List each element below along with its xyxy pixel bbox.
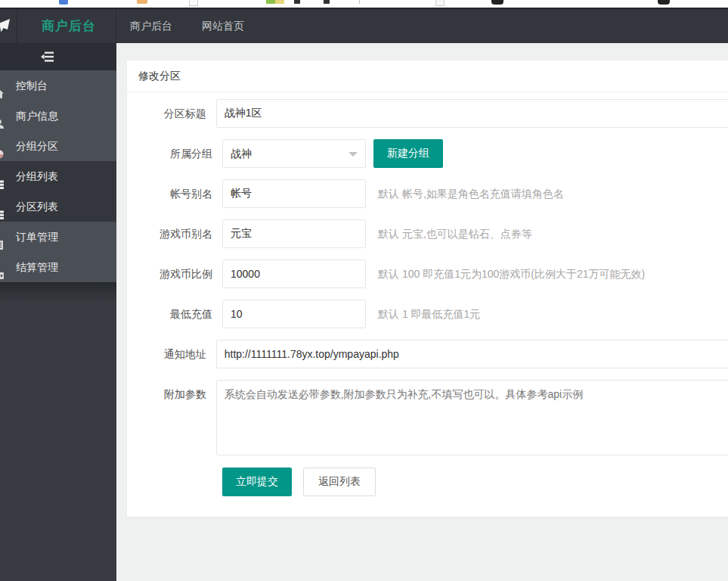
bookmark-icon[interactable] — [137, 0, 147, 4]
field-label: 分区标题 — [138, 99, 206, 128]
form-row-extra-params: 附加参数 — [138, 380, 728, 455]
shrink-sidebar-icon — [41, 51, 54, 62]
sidebar-item-merchant-info[interactable]: 商户信息 — [0, 101, 116, 131]
currency-ratio-input[interactable] — [222, 259, 366, 288]
form-actions: 立即提交 返回列表 — [138, 468, 728, 496]
bookmark-icon[interactable] — [59, 0, 68, 5]
field-label: 游戏币比例 — [138, 259, 212, 288]
wallet-icon — [0, 262, 5, 292]
new-group-button[interactable]: 新建分组 — [373, 139, 443, 168]
submit-button[interactable]: 立即提交 — [222, 468, 292, 496]
sidebar-item-partition-list[interactable]: 分区列表 — [0, 191, 116, 222]
sidebar: 控制台 商户信息 分组分区 分组列表 分区列表 订单管理 结算管理 — [0, 43, 116, 581]
group-select-value: 战神 — [223, 140, 365, 167]
min-recharge-input[interactable] — [222, 300, 366, 328]
sidebar-item-group-partition[interactable]: 分组分区 — [0, 131, 116, 161]
field-label: 通知地址 — [138, 340, 206, 368]
field-hint: 默认 100 即充值1元为100游戏币(比例大于21万可能无效) — [378, 259, 645, 288]
toolbar-divider — [359, 0, 360, 4]
field-hint: 默认 元宝,也可以是钻石、点券等 — [378, 219, 532, 248]
field-label: 最低充值 — [138, 300, 212, 328]
notify-url-input[interactable] — [216, 340, 728, 368]
paper-plane-icon — [0, 18, 11, 36]
main-content: 修改分区 分区标题 所属分组 战神 新建分组 帐号别名 默认 帐号,如果是角色名… — [116, 43, 728, 581]
form-row-group: 所属分组 战神 新建分组 — [138, 139, 728, 168]
field-hint: 默认 1 即最低充值1元 — [378, 300, 480, 328]
form-row-notify-url: 通知地址 — [138, 340, 728, 368]
edit-partition-card: 修改分区 分区标题 所属分组 战神 新建分组 帐号别名 默认 帐号,如果是角色名… — [127, 61, 728, 517]
bookmark-icon[interactable] — [189, 0, 198, 6]
card-title: 修改分区 — [127, 61, 728, 92]
actions-spacer — [138, 468, 212, 496]
app-logo[interactable]: 商户后台 — [42, 9, 96, 43]
sidebar-item-settlement-management[interactable]: 结算管理 — [0, 252, 116, 282]
sidebar-item-order-management[interactable]: 订单管理 — [0, 222, 116, 252]
bookmark-icon[interactable] — [324, 0, 330, 4]
header-nav-merchant[interactable]: 商户后台 — [130, 9, 172, 43]
group-select[interactable]: 战神 — [222, 139, 366, 168]
header-divider — [116, 9, 116, 43]
browser-toolbar-strip — [0, 0, 728, 8]
sidebar-item-group-list[interactable]: 分组列表 — [0, 161, 116, 191]
bookmark-icon[interactable] — [266, 0, 275, 4]
bookmark-icon[interactable] — [275, 0, 284, 4]
form-row-min-recharge: 最低充值 默认 1 即最低充值1元 — [138, 300, 728, 328]
field-label: 游戏币别名 — [138, 219, 212, 248]
form-row-partition-title: 分区标题 — [138, 99, 728, 128]
extension-icon[interactable] — [658, 0, 670, 5]
extra-params-textarea[interactable] — [216, 380, 728, 455]
account-alias-input[interactable] — [222, 179, 366, 208]
menu-shadow — [0, 282, 116, 303]
bookmark-icon[interactable] — [435, 0, 445, 6]
form-row-currency-ratio: 游戏币比例 默认 100 即充值1元为100游戏币(比例大于21万可能无效) — [138, 259, 728, 288]
field-label: 所属分组 — [138, 139, 212, 168]
sidebar-item-console[interactable]: 控制台 — [0, 70, 116, 101]
header-divider — [17, 9, 17, 43]
header-nav-site-home[interactable]: 网站首页 — [202, 9, 244, 43]
form-row-account-alias: 帐号别名 默认 帐号,如果是角色名充值请填角色名 — [138, 179, 728, 208]
extension-icon[interactable] — [491, 0, 503, 5]
chevron-down-icon — [349, 152, 358, 157]
top-header: 商户后台 商户后台 网站首页 — [0, 8, 728, 43]
field-hint: 默认 帐号,如果是角色名充值请填角色名 — [378, 179, 564, 208]
form-row-currency-alias: 游戏币别名 默认 元宝,也可以是钻石、点券等 — [138, 219, 728, 248]
bookmark-icon[interactable] — [294, 0, 300, 4]
partition-title-input[interactable] — [216, 99, 728, 128]
field-label: 帐号别名 — [138, 179, 212, 208]
currency-alias-input[interactable] — [222, 219, 366, 248]
back-to-list-button[interactable]: 返回列表 — [303, 468, 376, 496]
sidebar-collapse-button[interactable] — [0, 43, 116, 70]
field-label: 附加参数 — [138, 380, 206, 455]
